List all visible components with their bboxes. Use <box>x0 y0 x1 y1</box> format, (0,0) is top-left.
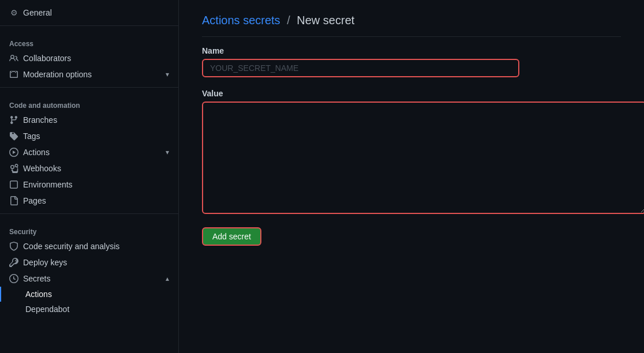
sidebar-environments-label: Environments <box>23 180 73 189</box>
environments-icon <box>9 180 18 189</box>
sidebar-item-environments[interactable]: Environments <box>0 176 178 193</box>
webhooks-icon <box>9 164 18 173</box>
sidebar-item-branches[interactable]: Branches <box>0 112 178 128</box>
divider-1 <box>0 25 178 26</box>
sidebar-item-collaborators[interactable]: Collaborators <box>0 50 178 66</box>
moderation-chevron-icon: ▾ <box>166 70 169 78</box>
deploy-keys-icon <box>9 258 18 267</box>
pages-icon <box>9 196 18 205</box>
sidebar-webhooks-label: Webhooks <box>23 164 61 173</box>
sidebar-tags-label: Tags <box>23 132 40 141</box>
moderation-icon <box>9 70 18 79</box>
value-form-group: Value <box>202 89 621 216</box>
sidebar-deploy-keys-label: Deploy keys <box>23 258 67 267</box>
sidebar-code-security-label: Code security and analysis <box>23 242 119 251</box>
sidebar-item-code-security[interactable]: Code security and analysis <box>0 238 178 254</box>
page-header: Actions secrets / New secret <box>202 14 621 37</box>
page-title-text: New secret <box>297 14 354 27</box>
page-title: Actions secrets / New secret <box>202 14 354 27</box>
sidebar-item-secrets[interactable]: Secrets ▴ <box>0 271 178 287</box>
sidebar-secrets-label: Secrets <box>23 274 50 283</box>
breadcrumb-separator: / <box>287 14 290 27</box>
section-label-access: Access <box>0 31 178 50</box>
tags-icon <box>9 132 18 141</box>
name-form-group: Name <box>202 46 621 77</box>
actions-chevron-icon: ▾ <box>166 148 169 156</box>
sidebar-item-webhooks[interactable]: Webhooks <box>0 160 178 176</box>
sidebar-moderation-label: Moderation options <box>23 70 92 79</box>
secrets-chevron-icon: ▴ <box>166 275 169 283</box>
code-security-icon <box>9 242 18 251</box>
sidebar-item-pages[interactable]: Pages <box>0 193 178 209</box>
divider-3 <box>0 213 178 214</box>
sidebar-general-label: General <box>23 8 52 17</box>
gear-icon: ⚙ <box>9 8 18 17</box>
name-label: Name <box>202 46 621 55</box>
sidebar-item-general[interactable]: ⚙ General <box>0 5 178 21</box>
sidebar-item-tags[interactable]: Tags <box>0 128 178 144</box>
sidebar-branches-label: Branches <box>23 115 57 125</box>
sidebar-sub-item-dependabot[interactable]: Dependabot <box>0 302 178 317</box>
sidebar-sub-actions-label: Actions <box>25 290 52 299</box>
divider-2 <box>0 87 178 88</box>
sidebar-item-actions[interactable]: Actions ▾ <box>0 144 178 160</box>
sidebar-actions-label: Actions <box>23 148 50 157</box>
main-content: Actions secrets / New secret Name Value … <box>179 0 644 353</box>
value-label: Value <box>202 89 621 98</box>
people-icon <box>9 54 18 63</box>
sidebar-sub-item-actions[interactable]: Actions <box>0 287 178 302</box>
name-input[interactable] <box>202 59 519 77</box>
value-textarea[interactable] <box>202 102 644 214</box>
actions-icon <box>9 148 18 157</box>
section-label-code: Code and automation <box>0 92 178 112</box>
sidebar-pages-label: Pages <box>23 196 46 205</box>
breadcrumb-link[interactable]: Actions secrets <box>202 14 280 27</box>
sidebar-sub-dependabot-label: Dependabot <box>25 305 69 314</box>
add-secret-button[interactable]: Add secret <box>202 227 261 246</box>
sidebar-item-deploy-keys[interactable]: Deploy keys <box>0 254 178 271</box>
sidebar-item-moderation[interactable]: Moderation options ▾ <box>0 66 178 82</box>
sidebar-collaborators-label: Collaborators <box>23 54 71 63</box>
branches-icon <box>9 115 18 125</box>
section-label-security: Security <box>0 219 178 238</box>
secrets-icon <box>9 274 18 283</box>
sidebar: ⚙ General Access Collaborators Moderatio… <box>0 0 179 353</box>
